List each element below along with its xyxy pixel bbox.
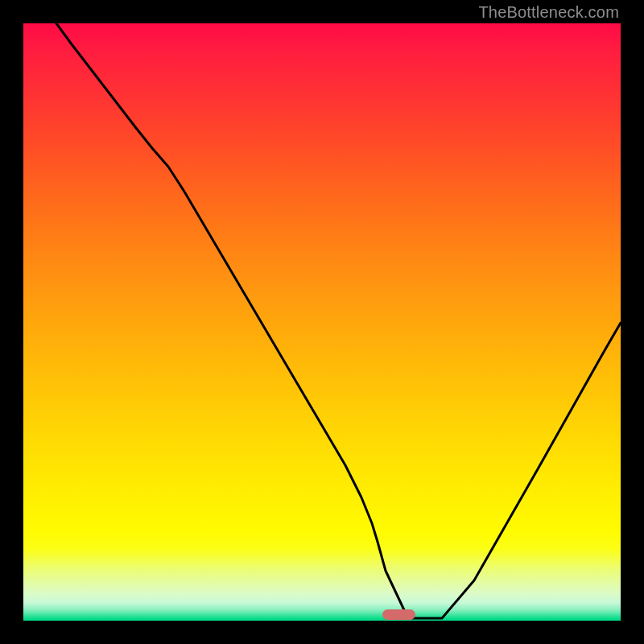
optimum-marker — [382, 609, 415, 620]
watermark-text: TheBottleneck.com — [478, 3, 619, 22]
bottleneck-curve — [23, 23, 621, 621]
plot-area — [23, 23, 621, 621]
